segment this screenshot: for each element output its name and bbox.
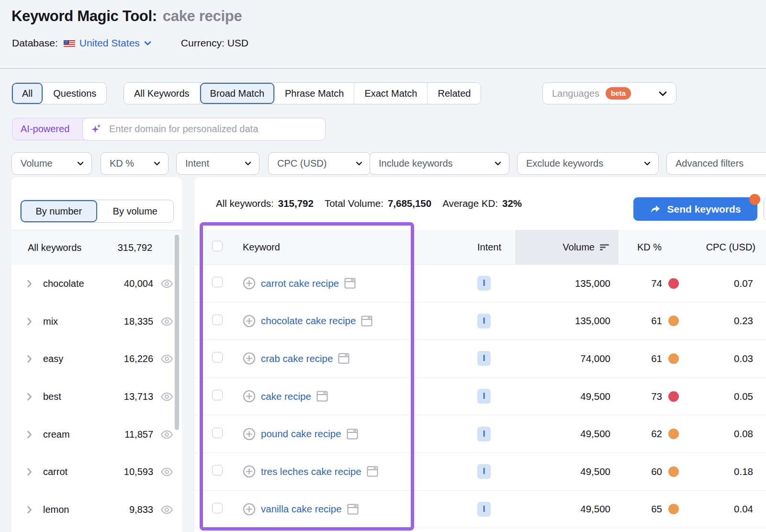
eye-icon[interactable] <box>160 279 173 288</box>
by-number-toggle[interactable]: By number <box>21 200 97 222</box>
column-header-volume[interactable]: Volume <box>515 230 619 264</box>
serp-features-icon[interactable] <box>361 316 372 327</box>
by-volume-toggle[interactable]: By volume <box>97 200 174 222</box>
chevron-right-icon[interactable] <box>27 355 34 363</box>
keyword-link[interactable]: tres leches cake recipe <box>261 466 361 477</box>
group-row-carrot[interactable]: carrot 10,593 <box>11 453 182 491</box>
all-keywords-row[interactable]: All keywords 315,792 <box>11 230 182 265</box>
table-body: carrot cake recipe I 135,000 74 0.07 cho… <box>194 264 766 528</box>
chevron-right-icon[interactable] <box>27 506 34 514</box>
group-row-best[interactable]: best 13,713 <box>11 378 182 416</box>
group-label: mix <box>43 316 124 327</box>
serp-features-icon[interactable] <box>344 278 356 289</box>
intent-badge[interactable]: I <box>477 351 491 366</box>
intent-filter[interactable]: Intent <box>176 152 259 175</box>
intent-badge[interactable]: I <box>477 464 491 479</box>
keyword-link[interactable]: crab cake recipe <box>261 353 333 364</box>
serp-features-icon[interactable] <box>347 429 358 440</box>
total-volume-stat-value: 7,685,150 <box>388 198 431 209</box>
volume-filter[interactable]: Volume <box>11 152 92 175</box>
table-row: carrot cake recipe I 135,000 74 0.07 <box>194 265 766 303</box>
select-all-checkbox[interactable] <box>212 241 223 251</box>
row-checkbox[interactable] <box>212 465 223 475</box>
chevron-right-icon[interactable] <box>27 430 34 439</box>
row-checkbox[interactable] <box>212 390 223 400</box>
column-header-cpc[interactable]: CPC (USD) <box>683 242 766 253</box>
group-row-chocolate[interactable]: chocolate 40,004 <box>11 265 182 303</box>
kd-filter[interactable]: KD % <box>101 152 169 175</box>
row-checkbox[interactable] <box>212 315 223 325</box>
keyword-link[interactable]: carrot cake recipe <box>261 278 339 289</box>
chevron-right-icon[interactable] <box>27 280 34 288</box>
keyword-link[interactable]: vanilla cake recipe <box>261 503 342 515</box>
add-keyword-icon[interactable] <box>243 390 256 403</box>
row-checkbox[interactable] <box>212 277 223 287</box>
kd-dot <box>668 353 679 364</box>
group-label: best <box>43 391 124 402</box>
serp-features-icon[interactable] <box>367 466 378 477</box>
tab-all-keywords[interactable]: All Keywords <box>124 83 200 104</box>
serp-features-icon[interactable] <box>316 391 328 402</box>
keyword-link[interactable]: chocolate cake recipe <box>261 315 356 327</box>
domain-input[interactable] <box>108 123 317 135</box>
eye-icon[interactable] <box>160 430 173 439</box>
tab-broad-match[interactable]: Broad Match <box>200 83 275 104</box>
advanced-filters-button[interactable]: Advanced filters <box>666 152 766 175</box>
add-keyword-icon[interactable] <box>243 277 256 290</box>
chevron-right-icon[interactable] <box>27 317 34 326</box>
languages-dropdown[interactable]: Languages beta <box>542 82 676 104</box>
sidebar-scrollbar[interactable] <box>175 235 179 430</box>
add-keyword-icon[interactable] <box>243 428 256 441</box>
table-row: chocolate cake recipe I 135,000 61 0.23 <box>194 303 766 340</box>
tab-all[interactable]: All <box>12 83 43 104</box>
row-checkbox[interactable] <box>212 503 223 513</box>
group-row-cream[interactable]: cream 11,857 <box>11 416 182 453</box>
volume-value: 49,500 <box>515 503 619 515</box>
kd-value: 61 <box>651 315 662 327</box>
send-keywords-button[interactable]: Send keywords <box>633 197 757 221</box>
export-button-partial[interactable] <box>764 197 766 221</box>
intent-badge[interactable]: I <box>477 389 491 404</box>
send-keywords-label: Send keywords <box>667 204 741 215</box>
group-row-mix[interactable]: mix 18,335 <box>11 303 182 340</box>
database-selector[interactable]: United States <box>64 37 151 49</box>
add-keyword-icon[interactable] <box>243 465 256 478</box>
eye-icon[interactable] <box>160 505 173 514</box>
exclude-keywords-filter[interactable]: Exclude keywords <box>517 152 659 175</box>
add-keyword-icon[interactable] <box>243 352 256 365</box>
group-row-lemon[interactable]: lemon 9,833 <box>11 491 182 529</box>
cpc-value: 0.23 <box>683 315 766 327</box>
notification-dot <box>749 194 760 205</box>
filter-label: Advanced filters <box>676 158 743 169</box>
column-header-kd[interactable]: KD % <box>619 242 683 253</box>
serp-features-icon[interactable] <box>347 504 359 515</box>
add-keyword-icon[interactable] <box>243 503 256 516</box>
column-header-intent[interactable]: Intent <box>477 242 515 253</box>
eye-icon[interactable] <box>160 354 173 363</box>
intent-badge[interactable]: I <box>477 427 491 441</box>
intent-badge[interactable]: I <box>477 276 491 291</box>
eye-icon[interactable] <box>160 392 173 401</box>
chevron-right-icon[interactable] <box>27 393 34 401</box>
serp-features-icon[interactable] <box>338 353 349 364</box>
tab-exact-match[interactable]: Exact Match <box>354 83 428 104</box>
include-keywords-filter[interactable]: Include keywords <box>370 152 509 175</box>
column-header-keyword[interactable]: Keyword <box>243 242 477 253</box>
tab-related[interactable]: Related <box>428 83 481 104</box>
keyword-link[interactable]: cake recipe <box>261 391 311 402</box>
tab-phrase-match[interactable]: Phrase Match <box>275 83 354 104</box>
add-keyword-icon[interactable] <box>243 315 256 328</box>
chevron-right-icon[interactable] <box>27 468 34 476</box>
cpc-filter[interactable]: CPC (USD) <box>268 152 371 175</box>
eye-icon[interactable] <box>160 317 173 326</box>
row-checkbox[interactable] <box>212 352 223 362</box>
group-label: chocolate <box>43 278 124 289</box>
row-checkbox[interactable] <box>212 428 223 438</box>
tab-questions[interactable]: Questions <box>43 83 106 104</box>
intent-badge[interactable]: I <box>477 502 491 517</box>
chevron-down-icon <box>356 161 362 166</box>
intent-badge[interactable]: I <box>477 314 491 328</box>
eye-icon[interactable] <box>160 467 173 476</box>
keyword-link[interactable]: pound cake recipe <box>261 428 341 440</box>
group-row-easy[interactable]: easy 16,226 <box>11 340 182 378</box>
